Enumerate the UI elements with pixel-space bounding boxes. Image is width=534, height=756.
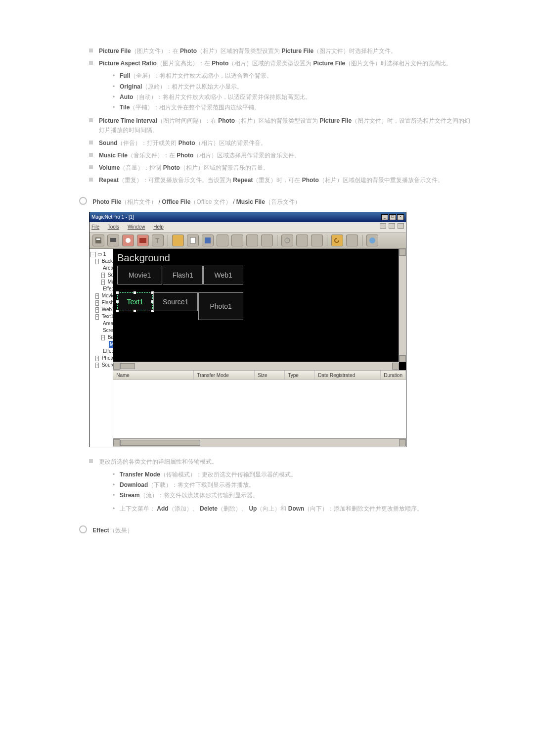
menu-help[interactable]: Help [153,224,164,230]
aspect-original: Original（原始）：相片文件以原始大小显示。 [113,82,479,92]
doc-close-icon[interactable] [398,223,404,229]
music-file-item: Music File（音乐文件）：在 Photo（相片）区域选择用作背景的音乐文… [89,151,475,160]
aspect-full: Full（全屏）：将相片文件放大或缩小，以适合整个背景。 [113,71,479,81]
menubar: File Tools Window Help [89,222,406,233]
svg-point-8 [285,238,290,243]
doc-restore-icon[interactable] [389,223,395,229]
col-date-registered[interactable]: Date Registrated [315,371,381,379]
col-type[interactable]: Type [285,371,315,379]
file-grid[interactable]: Name Transfer Mode Size Type Date Regist… [113,370,406,447]
doc-min-icon[interactable] [380,223,386,229]
maximize-icon[interactable]: □ [389,214,396,220]
tool-star-icon[interactable] [172,235,184,246]
tool-new-icon[interactable] [187,235,199,246]
svg-rect-6 [190,237,195,243]
section-disc-icon [79,197,87,205]
tree-background[interactable]: Background [102,258,114,265]
region-web[interactable]: Web1 [203,266,243,284]
transfer-stream: Stream（流）：将文件以流媒体形式传输到显示器。 [113,491,479,500]
aspect-ratio-item: Picture Aspect Ratio（图片宽高比）：在 Photo（相片）区… [89,59,475,68]
tool-layout-icon[interactable] [92,235,104,246]
svg-point-3 [126,238,131,243]
tree-panel[interactable]: −▭ 1 −Background Area +Screen +Music Eff… [89,249,113,447]
grid-header: Name Transfer Mode Size Type Date Regist… [113,371,406,380]
col-transfer-mode[interactable]: Transfer Mode [194,371,255,379]
effect-section-header: Effect（效果） [79,525,514,535]
menu-tools[interactable]: Tools [108,224,119,230]
picture-file-item: Picture File（图片文件）：在 Photo（相片）区域的背景类型设置为… [89,47,475,56]
svg-rect-2 [110,238,116,242]
sound-item: Sound（伴音）：打开或关闭 Photo（相片）区域的背景伴音。 [89,139,475,148]
files-section-header: Photo File（相片文件） / Office File（Office 文件… [79,197,514,207]
svg-rect-1 [96,238,100,240]
region-photo[interactable]: Photo1 [198,292,243,320]
transfer-download: Download（下载）：将文件下载到显示器并播放。 [113,480,479,490]
tree-collapse-icon[interactable]: − [90,252,96,257]
tool-redo-icon[interactable] [346,235,358,246]
toolbar: T [89,233,406,249]
col-size[interactable]: Size [255,371,285,379]
tool-undo-icon[interactable] [331,235,343,246]
menu-window[interactable]: Window [128,224,145,230]
tool-paste-icon[interactable] [311,235,323,246]
layout-stage[interactable]: Background Movie1 Flash1 Web1 Text1 Sour… [113,249,406,370]
svg-rect-7 [205,237,211,243]
window-titlebar[interactable]: MagicNetPro 1 - [1] _ □ × [89,212,406,222]
time-interval-item: Picture Time Interval（图片时间间隔）：在 Photo（相片… [89,116,475,135]
change-props-item: 更改所选的各类文件的详细属性和传输模式。 [89,457,475,467]
region-movie[interactable]: Movie1 [117,266,162,284]
stage-title: Background [113,249,399,266]
tree-selected[interactable]: Music File [109,341,113,348]
context-menu-item: 上下文菜单： Add（添加）、 Delete（删除）、 Up（向上）和 Down… [89,504,479,514]
tool-page-icon[interactable] [217,235,228,246]
menu-file[interactable]: File [91,224,99,230]
window-title: MagicNetPro 1 - [1] [91,213,134,221]
tool-clock-icon[interactable] [281,235,293,246]
tool-zoom-icon[interactable] [246,235,258,246]
tool-help-icon[interactable] [366,235,378,246]
tool-monitor-icon[interactable] [107,235,119,246]
tool-save-icon[interactable] [202,235,214,246]
svg-point-9 [369,237,375,243]
volume-item: Volume（音量）：控制 Photo（相片）区域的背景音乐的音量。 [89,163,475,173]
stage-vertical-scrollbar[interactable] [399,249,406,362]
region-flash[interactable]: Flash1 [163,266,203,284]
col-name[interactable]: Name [113,371,194,379]
aspect-ratio-sublist: Full（全屏）：将相片文件放大或缩小，以适合整个背景。 Original（原始… [89,71,479,112]
repeat-item: Repeat（重复）：可重复播放音乐文件。当设置为 Repeat（重复）时，可在… [89,176,475,185]
grid-horizontal-scrollbar[interactable] [113,438,406,447]
col-duration[interactable]: Duration [381,371,406,379]
svg-rect-0 [95,237,101,243]
region-text[interactable]: Text1 [117,292,153,311]
tool-copy-icon[interactable] [296,235,308,246]
picture-file-label: Picture File [99,47,131,54]
aspect-auto: Auto（自动）：将相片文件放大或缩小，以适应背景并保持原始高宽比。 [113,93,479,102]
tool-page2-icon[interactable] [231,235,243,246]
tool-flag-icon[interactable] [137,235,149,246]
magicnetpro-window: MagicNetPro 1 - [1] _ □ × File Tools Win… [89,212,406,447]
transfer-mode: Transfer Mode（传输模式）：更改所选文件传输到显示器的模式。 [113,470,479,479]
aspect-tile: Tile（平铺）：相片文件在整个背景范围内连续平铺。 [113,103,479,112]
stage-horizontal-scrollbar[interactable] [113,362,399,370]
tool-text-icon[interactable]: T [152,235,164,246]
tool-globe-icon[interactable] [122,235,134,246]
region-source[interactable]: Source1 [153,292,198,311]
grid-body[interactable] [113,380,406,438]
section-disc-icon [79,525,87,533]
tool-cal-icon[interactable] [261,235,273,246]
svg-rect-4 [139,238,146,243]
transfer-sublist: Transfer Mode（传输模式）：更改所选文件传输到显示器的模式。 Dow… [89,470,479,501]
close-icon[interactable]: × [397,214,404,220]
svg-text:T: T [155,237,159,244]
minimize-icon[interactable]: _ [381,214,388,220]
